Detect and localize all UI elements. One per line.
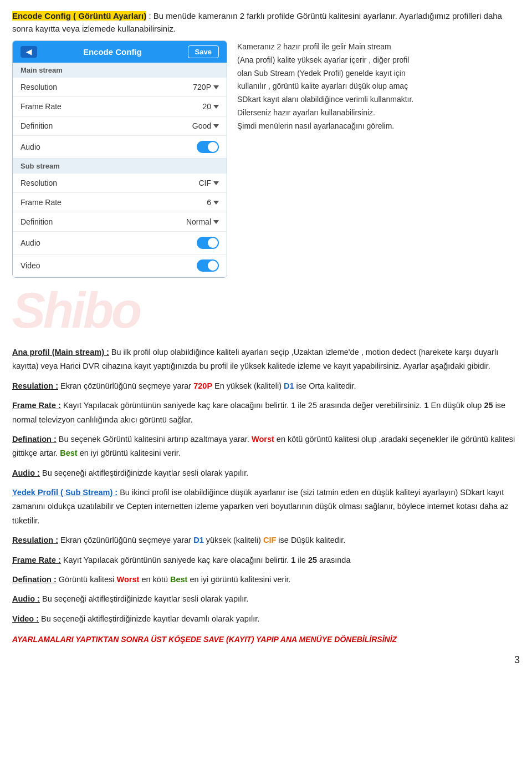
audio-toggle-main[interactable]	[197, 141, 219, 153]
definition-label-sub: Definition	[21, 217, 53, 226]
panel-title: Encode Config	[83, 47, 142, 57]
framerate2-bold2: 25	[308, 556, 317, 564]
framerate-text: Kayıt Yapılacak görüntünün saniyede kaç …	[63, 401, 424, 410]
dropdown-arrow3	[213, 124, 219, 128]
right-line1: Kameranız 2 hazır profil ile gelir Main …	[237, 40, 520, 54]
audio-text: Bu seçeneği aktifleştirdiğinizde kayıtla…	[42, 469, 248, 477]
resulation-paragraph: Resulation : Ekran çözünürlüğünü seçmeye…	[12, 379, 520, 393]
defination-paragraph: Defination : Bu seçenek Görüntü kalitesi…	[12, 432, 520, 461]
defination2-paragraph: Defination : Görüntü kalitesi Worst en k…	[12, 573, 520, 587]
definition-value-sub[interactable]: Normal	[186, 217, 219, 226]
ana-profil-paragraph: Ana profil (Main stream) : Bu ilk profil…	[12, 345, 520, 374]
right-line7: Şimdi menülerin nasıl ayarlanacağını gör…	[237, 120, 520, 133]
right-line5: SDkart kayıt alanı olabildiğince verimli…	[237, 93, 520, 106]
defination-label: Defination :	[12, 435, 57, 444]
audio-toggle-sub[interactable]	[197, 237, 219, 249]
definition-label-main: Definition	[21, 121, 53, 130]
right-line4: kullanılır , görüntü kalite ayarları düş…	[237, 80, 520, 93]
resulation2-text: Ekran çözünürlüğünü seçmeye yarar	[60, 536, 193, 544]
framerate-value-sub[interactable]: 6	[207, 198, 219, 207]
resulation-text3: ise Orta kalitedir.	[296, 381, 356, 390]
definition-row-sub: Definition Normal	[13, 212, 227, 232]
right-line2: (Ana profil) kalite yüksek ayarlar içeri…	[237, 54, 520, 67]
defination2-best: Best	[170, 575, 187, 584]
audio2-label: Audio :	[12, 594, 40, 603]
framerate2-paragraph: Frame Rate : Kayıt Yapılacak görüntünün …	[12, 553, 520, 567]
audio2-paragraph: Audio : Bu seçeneği aktifleştirdiğinizde…	[12, 592, 520, 606]
yedek-paragraph: Yedek Profil ( Sub Stream) : Bu ikinci p…	[12, 486, 520, 528]
framerate2-bold1: 1	[291, 556, 295, 564]
definition-row-main: Definition Good	[13, 116, 227, 136]
resolution-row-main: Resolution 720P	[13, 78, 227, 97]
right-line6: Dilerseniz hazır ayarları kullanabilirsi…	[237, 106, 520, 120]
framerate2-text2: ile	[298, 556, 308, 564]
resolution-label-main: Resolution	[21, 83, 57, 91]
dropdown-arrow	[213, 85, 219, 89]
header-title: Encode Config ( Görüntü Ayarları) : Bu m…	[12, 10, 520, 35]
resolution-label-sub: Resolution	[21, 179, 57, 187]
main-content: ◀ Encode Config Save Main stream Resolut…	[12, 40, 520, 278]
audio-paragraph: Audio : Bu seçeneği aktifleştirdiğinizde…	[12, 466, 520, 480]
page-number: 3	[12, 654, 520, 666]
framerate-text2: En düşük olup	[431, 401, 484, 410]
yedek-label: Yedek Profil ( Sub Stream) :	[12, 488, 117, 497]
ana-profil-label: Ana profil (Main stream) :	[12, 348, 109, 357]
framerate-bold2: 25	[484, 401, 493, 410]
definition-value-main[interactable]: Good	[192, 121, 219, 130]
body-section: Ana profil (Main stream) : Bu ilk profil…	[12, 345, 520, 646]
resulation2-label: Resulation :	[12, 536, 58, 544]
resulation-text: Ekran çözünürlüğünü seçmeye yarar	[60, 381, 193, 390]
framerate-paragraph: Frame Rate : Kayıt Yapılacak görüntünün …	[12, 399, 520, 427]
resulation2-text2: yüksek (kaliteli)	[206, 536, 263, 544]
defination2-worst: Worst	[117, 575, 140, 584]
resulation2-paragraph: Resulation : Ekran çözünürlüğünü seçmeye…	[12, 533, 520, 547]
audio-label: Audio :	[12, 469, 40, 477]
video-label: Video :	[12, 614, 39, 623]
resulation-d1: D1	[284, 381, 294, 390]
defination2-label: Defination :	[12, 575, 57, 584]
save-button[interactable]: Save	[188, 45, 219, 58]
framerate-row-main: Frame Rate 20	[13, 97, 227, 116]
resulation2-d1: D1	[193, 536, 204, 544]
dropdown-arrow2	[213, 105, 219, 109]
right-description: Kameranız 2 hazır profil ile gelir Main …	[237, 40, 520, 278]
dropdown-arrow6	[213, 220, 219, 224]
dropdown-arrow5	[213, 201, 219, 205]
framerate-row-sub: Frame Rate 6	[13, 193, 227, 212]
resulation-text2: En yüksek (kaliteli)	[214, 381, 284, 390]
audio2-text: Bu seçeneği aktifleştirdiğinizde kayıtla…	[42, 594, 248, 603]
video-toggle-sub[interactable]	[197, 259, 219, 272]
watermark-area: Shibo	[12, 288, 520, 338]
resolution-value-sub[interactable]: CIF	[198, 179, 219, 187]
resulation2-text3: ise Düşük kalitedir.	[278, 536, 345, 544]
framerate-value-main[interactable]: 20	[202, 102, 219, 111]
back-button[interactable]: ◀	[21, 46, 37, 58]
resolution-value-main[interactable]: 720P	[193, 83, 219, 91]
video-paragraph: Video : Bu seçeneği aktifleştirdiğinizde…	[12, 612, 520, 626]
framerate2-text3: arasında	[319, 556, 350, 564]
defination-text: Bu seçenek Görüntü kalitesini artırıp az…	[59, 435, 252, 444]
watermark-logo: Shibo	[12, 288, 140, 338]
framerate-label-main: Frame Rate	[21, 102, 62, 111]
defination-worst: Worst	[252, 435, 274, 444]
video-text: Bu seçeneği aktifleştirdiğinizde kayıtla…	[41, 614, 259, 623]
audio-label-sub: Audio	[21, 238, 40, 247]
defination-text3: en iyi görüntü kalitesini verir.	[80, 449, 181, 457]
resulation2-cif: CIF	[263, 536, 276, 544]
defination-best: Best	[60, 449, 77, 457]
panel-header: ◀ Encode Config Save	[13, 41, 227, 63]
video-row-sub: Video	[13, 254, 227, 277]
resulation-label: Resulation :	[12, 381, 58, 390]
audio-label-main: Audio	[21, 142, 40, 151]
defination2-text2: en kötü	[141, 575, 170, 584]
framerate2-label: Frame Rate :	[12, 556, 61, 564]
framerate2-text: Kayıt Yapılacak görüntünün saniyede kaç …	[63, 556, 291, 564]
right-line3: olan Sub Stream (Yedek Profil) genelde k…	[237, 67, 520, 80]
audio-row-main: Audio	[13, 136, 227, 159]
sub-stream-label: Sub stream	[13, 159, 227, 174]
encode-panel: ◀ Encode Config Save Main stream Resolut…	[12, 40, 227, 278]
framerate-bold1: 1	[424, 401, 428, 410]
framerate-label-sub: Frame Rate	[21, 198, 62, 207]
video-label-sub: Video	[21, 261, 40, 270]
resulation-720p: 720P	[193, 381, 212, 390]
